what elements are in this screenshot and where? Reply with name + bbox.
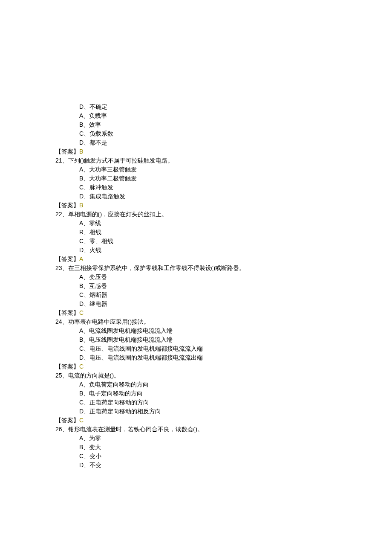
- answer-letter: A: [79, 256, 83, 262]
- option-text: 负载系数: [89, 131, 113, 137]
- option-b: R、相线: [55, 228, 337, 237]
- question-number: 23: [55, 264, 62, 271]
- answer-line: 【答案】B: [55, 147, 337, 156]
- question-text-line: 23、在三相接零保护系统中，保护零线和工作零线不得装设()或断路器。: [55, 264, 337, 273]
- separator: 、: [83, 122, 89, 128]
- question-text: 下列()触发方式不属于可控硅触发电路。: [68, 157, 173, 164]
- option-d2: D、都不是: [55, 138, 337, 147]
- option-letter: B: [79, 175, 83, 182]
- option-letter: C: [79, 238, 84, 244]
- option-a: A、电流线圈发电机端接电流流入端: [55, 326, 337, 335]
- option-text: 互感器: [89, 283, 107, 289]
- option-letter: A: [79, 220, 83, 227]
- separator: 、: [62, 319, 68, 325]
- separator: 、: [83, 220, 89, 227]
- option-letter: B: [79, 390, 83, 397]
- option-c: C、变小: [55, 452, 337, 461]
- option-text: 零线: [89, 220, 101, 227]
- option-text: 不变: [89, 462, 101, 468]
- question-number: 22: [55, 211, 62, 218]
- option-text: 电流线圈发电机端接电流流入端: [89, 328, 173, 334]
- option-letter: B: [79, 121, 83, 128]
- separator: 、: [83, 381, 89, 388]
- option-text: 不确定: [89, 104, 107, 110]
- answer-label: 【答案】: [55, 256, 79, 262]
- option-letter: D: [79, 300, 84, 307]
- separator: 、: [84, 462, 89, 468]
- option-d: D、火线: [55, 246, 337, 255]
- separator: 、: [84, 229, 89, 235]
- answer-label: 【答案】: [55, 148, 79, 155]
- option-d: D、正电荷定向移动的相反方向: [55, 407, 337, 416]
- separator: 、: [84, 104, 89, 110]
- option-text: 集成电路触发: [89, 193, 125, 200]
- option-a: A、变压器: [55, 273, 337, 282]
- question-text-line: 26、钳形电流表在测量时，若铁心闭合不良，读数会()。: [55, 425, 337, 434]
- option-text: 电压、电流线圈的发电机端都接电流流出端: [89, 355, 203, 361]
- answer-line: 【答案】C: [55, 416, 337, 425]
- separator: 、: [62, 157, 68, 164]
- separator: 、: [83, 390, 89, 397]
- question-number: 25: [55, 372, 62, 379]
- question-number: 26: [55, 426, 62, 433]
- option-letter: A: [79, 327, 83, 334]
- option-letter: A: [79, 166, 83, 173]
- separator: 、: [84, 247, 89, 253]
- question-text-line: 24、功率表在电路中应采用()接法。: [55, 317, 337, 326]
- option-c: C、脉冲触发: [55, 183, 337, 192]
- option-letter: D: [79, 354, 84, 361]
- option-c: C、熔断器: [55, 291, 337, 299]
- option-letter: C: [79, 453, 84, 459]
- answer-label: 【答案】: [55, 202, 79, 209]
- option-letter: D: [79, 408, 84, 415]
- separator: 、: [84, 399, 89, 406]
- option-text: 负电荷定向移动的方向: [89, 381, 149, 388]
- separator: 、: [83, 283, 89, 289]
- separator: 、: [83, 444, 89, 450]
- option-letter: C: [79, 291, 84, 298]
- separator: 、: [62, 426, 68, 433]
- separator: 、: [84, 193, 89, 200]
- option-letter: A: [79, 112, 83, 119]
- separator: 、: [84, 131, 89, 137]
- question-25: 25、电流的方向就是()。 A、负电荷定向移动的方向 B、电子定向移动的方向 C…: [55, 371, 337, 425]
- option-a: A、负电荷定向移动的方向: [55, 380, 337, 389]
- option-b: B、电压线圈发电机端接电流流入端: [55, 335, 337, 344]
- answer-letter: B: [79, 202, 83, 209]
- question-text: 单相电源的()，应接在灯头的丝扣上。: [68, 211, 167, 218]
- separator: 、: [83, 175, 89, 182]
- question-text-line: 21、下列()触发方式不属于可控硅触发电路。: [55, 156, 337, 165]
- option-text: 大功率二极管触发: [89, 175, 137, 182]
- option-d: D、集成电路触发: [55, 192, 337, 201]
- option-letter: B: [79, 282, 83, 289]
- option-text: 零、相线: [89, 238, 113, 244]
- separator: 、: [84, 238, 89, 244]
- option-c: C、正电荷定向移动的方向: [55, 398, 337, 407]
- question-23: 23、在三相接零保护系统中，保护零线和工作零线不得装设()或断路器。 A、变压器…: [55, 264, 337, 317]
- answer-letter: C: [79, 363, 84, 370]
- option-a: A、负载率: [55, 111, 337, 120]
- answer-line: 【答案】C: [55, 308, 337, 317]
- question-text: 功率表在电路中应采用()接法。: [68, 319, 150, 325]
- option-a: A、大功率三极管触发: [55, 165, 337, 174]
- answer-letter: C: [79, 309, 84, 316]
- question-number: 21: [55, 157, 62, 164]
- option-letter: D: [79, 103, 84, 110]
- option-text: 电子定向移动的方向: [89, 390, 143, 397]
- separator: 、: [84, 292, 89, 298]
- separator: 、: [83, 337, 89, 343]
- option-text: 正电荷定向移动的相反方向: [89, 408, 161, 415]
- separator: 、: [83, 113, 89, 119]
- question-22: 22、单相电源的()，应接在灯头的丝扣上。 A、零线 R、相线 C、零、相线 D…: [55, 210, 337, 264]
- option-letter: D: [79, 462, 84, 468]
- option-letter: D: [79, 193, 84, 200]
- separator: 、: [84, 184, 89, 191]
- separator: 、: [62, 211, 68, 218]
- separator: 、: [62, 265, 68, 271]
- option-text: 相线: [89, 229, 101, 235]
- option-text: 效率: [89, 122, 101, 128]
- answer-label: 【答案】: [55, 417, 79, 424]
- separator: 、: [84, 408, 89, 415]
- option-letter: C: [79, 130, 84, 137]
- option-c: C、零、相线: [55, 237, 337, 246]
